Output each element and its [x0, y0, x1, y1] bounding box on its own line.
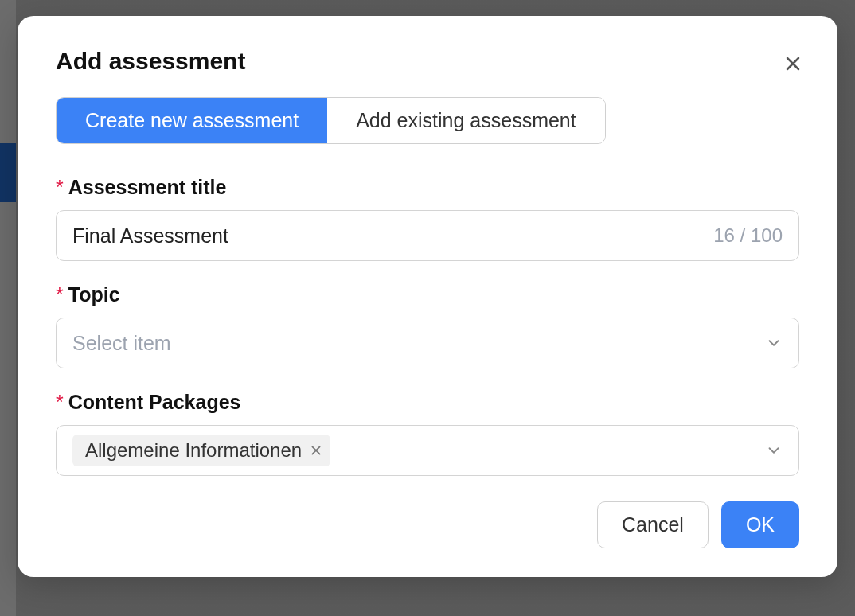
- modal-title: Add assessment: [56, 48, 799, 75]
- required-asterisk: *: [56, 176, 64, 198]
- field-topic: *Topic Select item: [56, 283, 799, 368]
- field-assessment-title: *Assessment title 16 / 100: [56, 176, 799, 261]
- ok-button[interactable]: OK: [721, 501, 799, 548]
- add-assessment-modal: Add assessment Create new assessment Add…: [18, 16, 837, 577]
- assessment-title-input-wrapper: 16 / 100: [56, 210, 799, 261]
- close-icon: [310, 444, 322, 457]
- tab-create-new[interactable]: Create new assessment: [57, 98, 327, 143]
- chip-remove-button[interactable]: [310, 444, 322, 457]
- content-packages-select[interactable]: Allgemeine Informationen: [56, 425, 799, 476]
- package-chip: Allgemeine Informationen: [72, 435, 330, 466]
- cancel-button[interactable]: Cancel: [597, 501, 709, 548]
- modal-overlay: Add assessment Create new assessment Add…: [0, 0, 855, 616]
- assessment-title-label: *Assessment title: [56, 176, 799, 199]
- chip-label: Allgemeine Informationen: [85, 439, 302, 462]
- field-content-packages: *Content Packages Allgemeine Information…: [56, 391, 799, 476]
- chevron-down-icon: [765, 442, 783, 459]
- close-icon: [783, 54, 802, 73]
- tab-add-existing[interactable]: Add existing assessment: [327, 98, 605, 143]
- required-asterisk: *: [56, 283, 64, 306]
- topic-label: *Topic: [56, 283, 799, 306]
- chevron-down-icon: [765, 334, 783, 352]
- char-counter: 16 / 100: [713, 224, 783, 247]
- assessment-title-input[interactable]: [72, 224, 704, 248]
- modal-footer: Cancel OK: [56, 501, 799, 548]
- tab-group: Create new assessment Add existing asses…: [56, 97, 606, 144]
- topic-select[interactable]: Select item: [56, 318, 799, 368]
- close-button[interactable]: [777, 48, 809, 80]
- required-asterisk: *: [56, 391, 64, 413]
- chip-container: Allgemeine Informationen: [72, 435, 765, 466]
- topic-placeholder: Select item: [72, 332, 765, 355]
- content-packages-label: *Content Packages: [56, 391, 799, 414]
